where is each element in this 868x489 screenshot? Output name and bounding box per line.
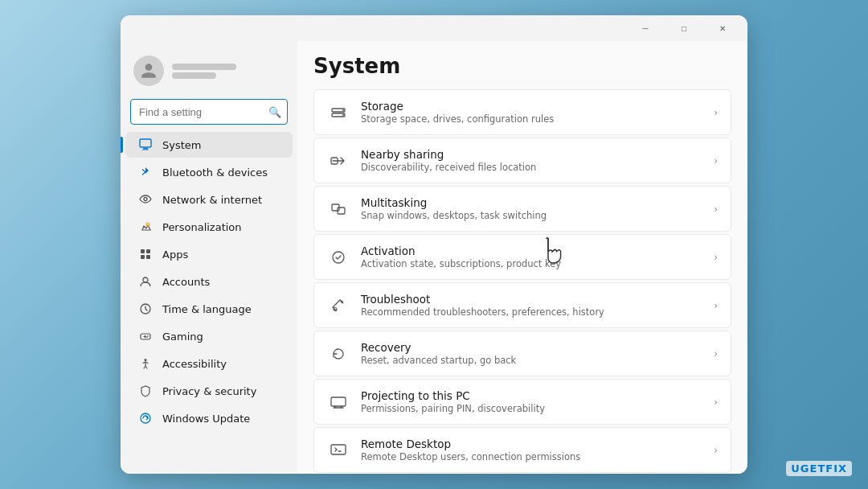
svg-rect-0 — [140, 139, 151, 147]
sidebar-label-gaming: Gaming — [162, 331, 203, 343]
projecting-icon — [327, 391, 350, 413]
activation-icon — [327, 246, 350, 269]
svg-point-13 — [146, 337, 148, 339]
setting-desc-projecting: Permissions, pairing PIN, discoverabilit… — [361, 403, 702, 414]
setting-item-nearby-sharing[interactable]: Nearby sharing Discoverability, received… — [313, 138, 731, 183]
svg-point-3 — [144, 198, 147, 201]
setting-item-recovery[interactable]: Recovery Reset, advanced startup, go bac… — [313, 331, 731, 376]
sidebar-label-privacy: Privacy & security — [162, 385, 256, 397]
setting-item-troubleshoot[interactable]: Troubleshoot Recommended troubleshooters… — [313, 282, 731, 328]
page-title: System — [313, 54, 731, 78]
setting-title-recovery: Recovery — [361, 341, 702, 354]
search-box: 🔍 — [130, 99, 288, 125]
sidebar-item-accounts[interactable]: Accounts — [125, 269, 293, 294]
main-content: System Storage Storage space, drives, co… — [297, 41, 747, 474]
user-profile — [121, 47, 297, 99]
accessibility-icon — [138, 356, 153, 371]
sidebar-item-time[interactable]: Time & language — [125, 296, 293, 322]
minimize-button[interactable]: ─ — [627, 15, 664, 41]
sidebar: 🔍 System Bluetooth & devices Network — [121, 41, 297, 474]
recovery-icon — [327, 343, 350, 365]
sidebar-item-network[interactable]: Network & internet — [125, 187, 293, 212]
title-bar: ─ □ ✕ — [121, 15, 747, 41]
accounts-icon — [138, 274, 153, 289]
chevron-remote: › — [714, 445, 718, 456]
setting-item-activation[interactable]: Activation Activation state, subscriptio… — [313, 234, 731, 280]
setting-text-activation: Activation Activation state, subscriptio… — [361, 244, 702, 269]
username-bar-1 — [172, 64, 236, 70]
svg-rect-26 — [331, 445, 346, 454]
svg-point-12 — [147, 335, 149, 337]
setting-title-multitasking: Multitasking — [361, 196, 702, 209]
setting-title-remote: Remote Desktop — [361, 438, 702, 450]
svg-rect-8 — [146, 255, 150, 259]
svg-point-19 — [342, 114, 344, 116]
username-block — [172, 64, 236, 79]
setting-text-storage: Storage Storage space, drives, configura… — [361, 100, 702, 125]
time-icon — [138, 302, 153, 316]
setting-item-projecting[interactable]: Projecting to this PC Permissions, pairi… — [313, 379, 731, 425]
personalization-icon — [138, 220, 153, 234]
sidebar-label-accessibility: Accessibility — [162, 358, 227, 370]
watermark-text: UGETFIX — [791, 462, 847, 475]
gaming-icon — [138, 329, 153, 343]
sidebar-item-update[interactable]: Windows Update — [125, 405, 293, 431]
search-input[interactable] — [130, 99, 288, 125]
watermark: UGETFIX — [786, 461, 852, 476]
svg-rect-1 — [143, 148, 148, 150]
setting-item-multitasking[interactable]: Multitasking Snap windows, desktops, tas… — [313, 186, 731, 232]
sidebar-item-privacy[interactable]: Privacy & security — [125, 378, 293, 404]
chevron-sharing: › — [714, 155, 718, 166]
setting-desc-remote: Remote Desktop users, connection permiss… — [361, 451, 702, 462]
setting-item-storage[interactable]: Storage Storage space, drives, configura… — [313, 89, 731, 135]
update-icon — [138, 411, 153, 425]
chevron-projecting: › — [714, 397, 718, 408]
setting-desc-activation: Activation state, subscriptions, product… — [361, 258, 702, 269]
sidebar-item-personalization[interactable]: Personalization — [125, 214, 293, 240]
sidebar-item-system[interactable]: System — [125, 132, 293, 158]
maximize-button[interactable]: □ — [665, 15, 702, 41]
network-icon — [138, 192, 153, 207]
sidebar-item-accessibility[interactable]: Accessibility — [125, 351, 293, 376]
sidebar-label-network: Network & internet — [162, 194, 262, 206]
setting-title-sharing: Nearby sharing — [361, 148, 702, 161]
setting-title-projecting: Projecting to this PC — [361, 389, 702, 402]
apps-icon — [138, 247, 153, 261]
setting-title-troubleshoot: Troubleshoot — [361, 293, 702, 306]
svg-point-23 — [333, 252, 344, 263]
user-icon — [140, 62, 158, 80]
chevron-recovery: › — [714, 348, 718, 360]
setting-desc-multitasking: Snap windows, desktops, task switching — [361, 210, 702, 221]
chevron-troubleshoot: › — [714, 300, 718, 311]
search-icon: 🔍 — [268, 106, 281, 118]
sidebar-label-personalization: Personalization — [162, 221, 242, 233]
sharing-icon — [327, 150, 350, 172]
title-bar-buttons: ─ □ ✕ — [627, 15, 741, 41]
svg-rect-7 — [141, 255, 145, 259]
setting-title-activation: Activation — [361, 244, 702, 257]
sidebar-item-bluetooth[interactable]: Bluetooth & devices — [125, 159, 293, 185]
setting-desc-sharing: Discoverability, received files location — [361, 162, 702, 173]
setting-text-recovery: Recovery Reset, advanced startup, go bac… — [361, 341, 702, 366]
close-button[interactable]: ✕ — [704, 15, 741, 41]
sidebar-item-gaming[interactable]: Gaming — [125, 323, 293, 349]
remote-icon — [327, 439, 350, 462]
svg-point-18 — [342, 109, 344, 111]
chevron-activation: › — [714, 252, 718, 263]
svg-point-9 — [143, 277, 148, 282]
settings-window: ─ □ ✕ 🔍 — [121, 15, 747, 474]
avatar — [133, 55, 164, 86]
setting-text-troubleshoot: Troubleshoot Recommended troubleshooters… — [361, 293, 702, 318]
username-bar-2 — [172, 72, 216, 79]
chevron-multitasking: › — [714, 203, 718, 215]
setting-item-remote-desktop[interactable]: Remote Desktop Remote Desktop users, con… — [313, 427, 731, 473]
system-icon — [138, 138, 153, 152]
sidebar-label-update: Windows Update — [162, 413, 250, 425]
sidebar-label-bluetooth: Bluetooth & devices — [162, 166, 268, 179]
svg-rect-6 — [146, 249, 150, 253]
sidebar-label-accounts: Accounts — [162, 276, 210, 288]
sidebar-label-system: System — [162, 139, 201, 151]
sidebar-item-apps[interactable]: Apps — [125, 241, 293, 267]
svg-point-14 — [145, 359, 147, 361]
troubleshoot-icon — [327, 294, 350, 317]
